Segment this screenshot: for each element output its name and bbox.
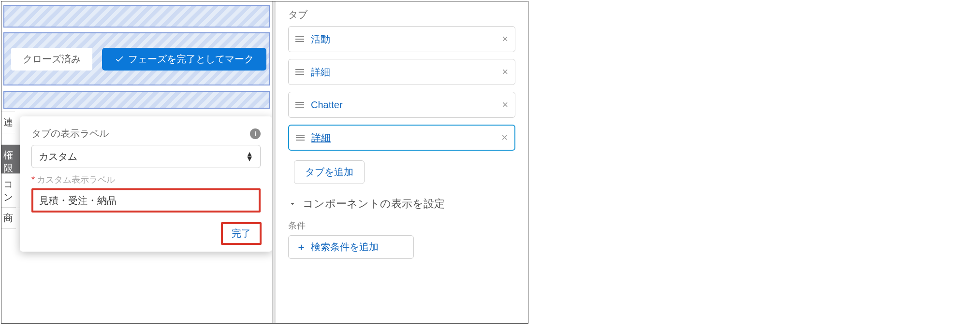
add-condition-button[interactable]: ＋ 検索条件を追加	[288, 235, 414, 259]
conditions-label: 条件	[288, 220, 515, 231]
tab-label-type-value: カスタム	[39, 150, 77, 163]
mark-phase-complete-label: フェーズを完了としてマーク	[128, 53, 254, 66]
done-button[interactable]: 完了	[221, 222, 262, 245]
visibility-section-toggle[interactable]: コンポーネントの表示を設定	[288, 197, 515, 211]
add-condition-label: 検索条件を追加	[311, 241, 379, 254]
custom-label-value: 見積・受注・納品	[39, 194, 117, 207]
drag-handle-icon[interactable]	[295, 102, 304, 108]
preview-band-1	[3, 5, 270, 28]
tab-label-type-select[interactable]: カスタム ▲▼	[31, 145, 261, 168]
tab-label-popover: タブの表示ラベル i カスタム ▲▼ *カスタム表示ラベル 見積・受注・納品 完…	[20, 116, 272, 252]
tab-display-label-heading: タブの表示ラベル i	[31, 127, 261, 140]
select-arrows-icon: ▲▼	[246, 152, 253, 161]
mark-phase-complete-button[interactable]: フェーズを完了としてマーク	[102, 48, 266, 71]
plus-icon: ＋	[296, 241, 306, 254]
tab-display-label-text: タブの表示ラベル	[31, 127, 109, 140]
tab-item-details[interactable]: 詳細 ×	[288, 59, 515, 85]
preview-band-3	[3, 91, 270, 109]
info-icon[interactable]: i	[250, 128, 261, 139]
tabs-section-title: タブ	[288, 8, 515, 21]
custom-label-heading: *カスタム表示ラベル	[31, 174, 261, 185]
visibility-section-title: コンポーネントの表示を設定	[303, 197, 445, 211]
properties-panel: タブ 活動 × 詳細 × Chatter × 詳細 × タブを追加 コンポーネン…	[275, 1, 528, 323]
remove-tab-icon[interactable]: ×	[501, 131, 508, 144]
sidebar-fragment-3: コン	[1, 173, 20, 208]
tab-item-label: 詳細	[311, 131, 331, 144]
remove-tab-icon[interactable]: ×	[502, 66, 508, 78]
sidebar-fragment-4: 商	[1, 207, 16, 229]
check-icon	[115, 54, 124, 64]
tab-item-chatter[interactable]: Chatter ×	[288, 92, 515, 118]
chevron-down-icon	[288, 199, 297, 208]
required-indicator: *	[31, 175, 35, 184]
drag-handle-icon[interactable]	[295, 69, 304, 75]
add-tab-button[interactable]: タブを追加	[294, 160, 365, 184]
tab-item-label: 詳細	[311, 66, 330, 79]
remove-tab-icon[interactable]: ×	[502, 33, 508, 45]
custom-label-text: カスタム表示ラベル	[37, 175, 115, 184]
tab-item-label: 活動	[311, 33, 330, 46]
remove-tab-icon[interactable]: ×	[502, 99, 508, 111]
custom-label-input[interactable]: 見積・受注・納品	[31, 188, 261, 213]
drag-handle-icon[interactable]	[295, 36, 304, 42]
preview-path-band: クローズ済み フェーズを完了としてマーク	[3, 32, 270, 85]
tab-item-activity[interactable]: 活動 ×	[288, 26, 515, 52]
app-frame: クローズ済み フェーズを完了としてマーク 連 権限 コン 商 タブの表示ラベル …	[1, 1, 528, 324]
builder-preview: クローズ済み フェーズを完了としてマーク 連 権限 コン 商 タブの表示ラベル …	[1, 1, 272, 323]
drag-handle-icon[interactable]	[296, 135, 305, 141]
sidebar-fragment-1: 連	[1, 112, 15, 133]
stage-closed-chip[interactable]: クローズ済み	[11, 48, 92, 71]
tab-item-label: Chatter	[311, 99, 343, 111]
tab-item-details-2[interactable]: 詳細 ×	[288, 125, 515, 151]
